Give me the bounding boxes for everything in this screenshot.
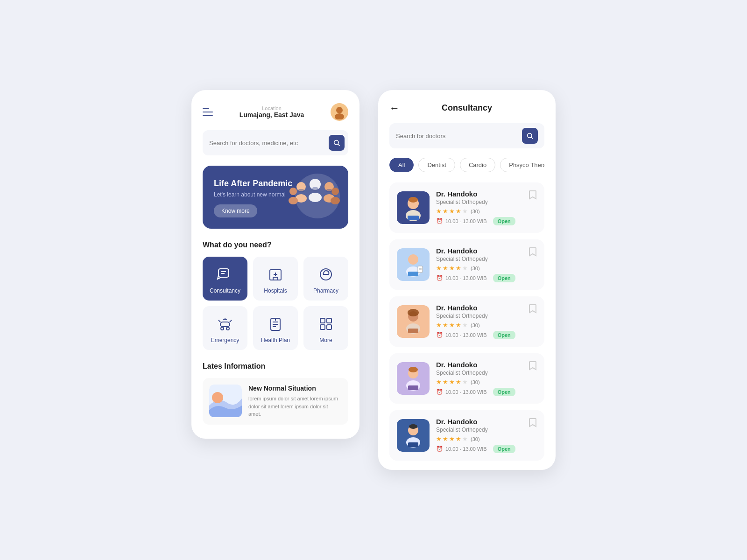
svg-point-30 [221,327,224,330]
svg-point-45 [528,133,532,138]
service-card-hospitals[interactable]: Hospitals [253,257,298,301]
emergency-icon [216,315,234,333]
svg-point-0 [336,107,343,113]
clock-icon: ⏰ [436,389,443,395]
filter-tabs: AllDentistCardioPhsyco Theraphy [389,158,544,172]
hamburger-icon[interactable] [203,108,213,116]
svg-point-63 [408,309,419,316]
know-more-button[interactable]: Know more [214,204,257,217]
doctor-specialty: Specialist Orthopedy [436,370,522,376]
search-bar-right [389,123,544,148]
svg-point-51 [409,197,418,203]
doctor-card[interactable]: Dr. Handoko Specialist Orthopedy ★★★★★ (… [389,182,544,233]
svg-rect-39 [320,318,325,323]
back-button[interactable]: ← [389,102,400,114]
info-desc: lorem ipsum dolor sit amet lorem ipsum d… [248,395,342,418]
star-icon: ★ [443,208,448,215]
bookmark-button[interactable] [529,247,537,259]
open-badge: Open [493,445,515,453]
filter-tab-dentist[interactable]: Dentist [418,158,455,172]
svg-rect-42 [327,325,331,329]
service-label: More [319,337,332,343]
banner-text: Life After Pandemic Let's learn about ne… [214,179,337,217]
more-icon [317,315,335,333]
review-count: (30) [471,266,480,271]
service-label: Health Plan [261,337,290,343]
clock-icon: ⏰ [436,275,443,281]
time-value: 10.00 - 13.00 WIB [445,446,487,452]
service-card-emergency[interactable]: Emergency [203,306,247,350]
doctor-card[interactable]: Dr. Handoko Specialist Orthopedy ★★★★★ (… [389,296,544,347]
svg-line-29 [230,320,232,322]
review-count: (30) [471,379,480,385]
star-icon: ★ [436,208,442,215]
rating-stars: ★★★★★ (30) [436,322,522,329]
doctor-specialty: Specialist Orthopedy [436,256,522,262]
star-icon: ★ [436,322,442,329]
filter-tab-phsyco-theraphy[interactable]: Phsyco Theraphy [500,158,544,172]
doctor-card[interactable]: Dr. Handoko Specialist Orthopedy ★★★★★ (… [389,353,544,404]
service-card-consultancy[interactable]: Consultancy [203,257,247,301]
svg-rect-40 [327,318,331,323]
doctor-search-button[interactable] [522,128,538,144]
doctor-card[interactable]: Dr. Handoko Specialist Orthopedy ★★★★★ (… [389,239,544,290]
service-label: Hospitals [264,287,287,294]
doctor-list: Dr. Handoko Specialist Orthopedy ★★★★★ (… [389,182,544,461]
search-input[interactable] [209,140,329,147]
page-title: Consultancy [442,103,492,113]
bookmark-button[interactable] [529,190,537,203]
doctor-name: Dr. Handoko [436,247,522,255]
svg-point-73 [409,424,417,429]
doctor-name: Dr. Handoko [436,190,522,198]
doctor-avatar [397,362,430,395]
svg-point-31 [226,327,229,330]
doctor-specialty: Specialist Orthopedy [436,313,522,319]
service-card-pharmacy[interactable]: Pharmacy [303,257,348,301]
svg-point-44 [212,392,223,403]
doctor-avatar [397,191,430,224]
doctor-search-input[interactable] [396,133,522,140]
left-screen: Location Lumajang, East Java Life [191,90,359,439]
search-button[interactable] [329,135,345,151]
info-thumbnail [209,385,242,417]
review-count: (30) [471,209,480,214]
doctor-info: Dr. Handoko Specialist Orthopedy ★★★★★ (… [436,361,522,396]
rating-stars: ★★★★★ (30) [436,435,522,442]
bookmark-button[interactable] [529,418,537,430]
doctor-name: Dr. Handoko [436,361,522,369]
service-card-health-plan[interactable]: Health Plan [253,306,298,350]
star-icon: ★ [436,378,442,385]
svg-rect-62 [408,329,418,333]
svg-rect-27 [220,322,230,327]
doctor-info: Dr. Handoko Specialist Orthopedy ★★★★★ (… [436,190,522,225]
bookmark-button[interactable] [529,304,537,316]
time-value: 10.00 - 13.00 WIB [445,218,487,224]
doctor-info: Dr. Handoko Specialist Orthopedy ★★★★★ (… [436,418,522,453]
svg-rect-72 [408,442,418,447]
star-icon: ★ [443,265,448,272]
star-icon: ★ [462,435,468,442]
avatar[interactable] [331,103,348,121]
star-icon: ★ [449,435,455,442]
svg-point-53 [408,254,418,265]
screens-container: Location Lumajang, East Java Life [191,90,556,470]
doctor-avatar [397,419,430,452]
svg-rect-67 [408,385,418,390]
star-icon: ★ [449,265,455,272]
star-icon: ★ [436,435,442,442]
bookmark-button[interactable] [529,361,537,373]
search-bar [203,130,348,155]
doctor-specialty: Specialist Orthopedy [436,199,522,205]
info-card: New Normal Situation lorem ipsum dolor s… [203,378,348,425]
doctor-card[interactable]: Dr. Handoko Specialist Orthopedy ★★★★★ (… [389,410,544,461]
svg-rect-50 [408,216,419,220]
star-icon: ★ [436,265,442,272]
location-name: Lumajang, East Java [240,111,304,119]
doctor-avatar [397,305,430,338]
service-label: Consultancy [210,287,240,294]
service-card-more[interactable]: More [303,306,348,350]
rating-stars: ★★★★★ (30) [436,208,522,215]
filter-tab-all[interactable]: All [389,158,414,172]
banner-title: Life After Pandemic [214,179,337,189]
filter-tab-cardio[interactable]: Cardio [460,158,495,172]
